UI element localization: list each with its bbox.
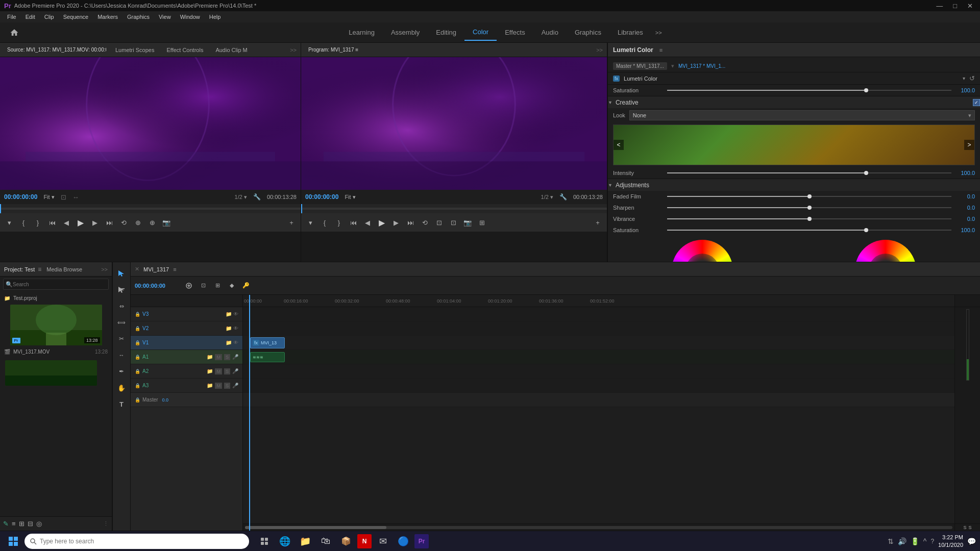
lumetri-reset-icon[interactable]: ↺ bbox=[969, 74, 975, 82]
prog-camera[interactable]: 📷 bbox=[462, 217, 473, 228]
rolling-edit-tool[interactable]: ⟺ bbox=[114, 315, 129, 330]
source-insert[interactable]: ⊕ bbox=[133, 217, 143, 228]
a3-m-button[interactable]: M bbox=[215, 383, 222, 389]
a2-m-button[interactable]: M bbox=[215, 368, 222, 374]
add-track-tool[interactable] bbox=[183, 280, 195, 292]
razor-tool[interactable]: ✂ bbox=[114, 332, 129, 346]
menu-window[interactable]: Window bbox=[176, 13, 204, 21]
source-add-marker[interactable]: ▾ bbox=[4, 217, 14, 228]
proj-list-icon[interactable]: ≡ bbox=[12, 520, 16, 528]
adj-saturation-value[interactable]: 100.0 bbox=[954, 227, 975, 233]
menu-help[interactable]: Help bbox=[205, 13, 225, 21]
project-search-input[interactable] bbox=[13, 282, 106, 287]
project-file-video[interactable]: 🎬 MVI_1317.MOV 13:28 bbox=[2, 347, 110, 356]
v1-lock-icon[interactable]: 🔒 bbox=[135, 340, 140, 345]
source-out-point[interactable]: } bbox=[33, 217, 43, 228]
task-view-button[interactable] bbox=[255, 532, 274, 550]
a2-mic-icon[interactable]: 🎤 bbox=[232, 368, 238, 374]
taskbar-search-input[interactable] bbox=[40, 538, 244, 545]
prog-play[interactable]: ▶ bbox=[377, 217, 387, 228]
project-title[interactable]: Project: Test bbox=[4, 266, 35, 272]
source-step-fwd[interactable]: ▶ bbox=[90, 217, 100, 228]
lumetri-scopes-tab[interactable]: Lumetri Scopes bbox=[112, 45, 157, 55]
network-icon[interactable]: ⇅ bbox=[888, 537, 894, 545]
timeline-horizontal-scrollbar[interactable] bbox=[243, 523, 954, 531]
source-go-in[interactable]: ⏮ bbox=[47, 217, 57, 228]
menu-graphics[interactable]: Graphics bbox=[123, 13, 154, 21]
vibrance-slider[interactable] bbox=[667, 218, 951, 219]
track-select-tool[interactable] bbox=[114, 283, 129, 297]
source-timecode[interactable]: 00:00:00:00 bbox=[4, 193, 37, 201]
ms-store-icon[interactable]: 🛍 bbox=[316, 532, 335, 550]
menu-view[interactable]: View bbox=[155, 13, 175, 21]
master-lock-icon[interactable]: 🔒 bbox=[135, 397, 140, 403]
timeline-menu-icon[interactable]: ≡ bbox=[173, 266, 176, 272]
minimize-button[interactable]: — bbox=[933, 2, 946, 10]
prog-extract[interactable]: ⊡ bbox=[448, 217, 458, 228]
proj-sort-icon[interactable]: ⊟ bbox=[28, 520, 33, 528]
video-clip-mv1317[interactable]: fx MVI_13 bbox=[250, 337, 285, 348]
source-fit-dropdown[interactable]: Fit ▾ bbox=[43, 194, 54, 201]
a2-lock-icon[interactable]: 🔒 bbox=[135, 369, 140, 374]
tab-graphics[interactable]: Graphics bbox=[567, 24, 609, 40]
saturation-value[interactable]: 100.0 bbox=[954, 87, 975, 93]
mail-icon[interactable]: ✉ bbox=[374, 532, 392, 550]
timeline-timecode[interactable]: 00:00:00:00 bbox=[135, 283, 181, 289]
program-tabs-more[interactable]: >> bbox=[596, 47, 603, 53]
a2-folder-icon[interactable]: 📁 bbox=[207, 368, 213, 374]
prog-back[interactable]: ◀ bbox=[362, 217, 373, 228]
prog-lift[interactable]: ⊡ bbox=[434, 217, 444, 228]
v3-folder-icon[interactable]: 📁 bbox=[226, 311, 232, 317]
source-camera[interactable]: 📷 bbox=[161, 217, 172, 228]
prog-extra[interactable]: ⊞ bbox=[477, 217, 487, 228]
source-overwrite[interactable]: ⊕ bbox=[147, 217, 157, 228]
selection-tool[interactable] bbox=[114, 266, 129, 281]
prog-loop[interactable]: ⟲ bbox=[420, 217, 430, 228]
v1-eye-icon[interactable]: 👁 bbox=[233, 340, 238, 345]
a1-lock-icon[interactable]: 🔒 bbox=[135, 355, 140, 360]
source-tab-title[interactable]: Source: MVI_1317: MVI_1317.MOV: 00:00:00… bbox=[4, 45, 106, 55]
menu-sequence[interactable]: Sequence bbox=[59, 13, 93, 21]
menu-edit[interactable]: Edit bbox=[21, 13, 39, 21]
proj-automate-icon[interactable]: ◎ bbox=[36, 520, 42, 528]
source-scrubber[interactable] bbox=[0, 204, 301, 213]
ripple-edit-tool[interactable]: ⇔ bbox=[114, 299, 129, 313]
program-timecode[interactable]: 00:00:00:00 bbox=[305, 193, 338, 201]
v2-lock-icon[interactable]: 🔒 bbox=[135, 326, 140, 331]
s-button-1[interactable]: S bbox=[963, 525, 966, 530]
source-loop[interactable]: ⟲ bbox=[118, 217, 129, 228]
file-explorer-icon[interactable]: 📁 bbox=[296, 532, 314, 550]
look-prev-button[interactable]: < bbox=[614, 140, 624, 150]
source-add[interactable]: + bbox=[286, 217, 297, 228]
a1-s-button[interactable]: S bbox=[224, 354, 230, 360]
adjustments-section-header[interactable]: ▼ Adjustments bbox=[608, 179, 980, 191]
adj-saturation-slider[interactable] bbox=[667, 230, 951, 231]
creative-enable-checkbox[interactable]: ✓ bbox=[973, 99, 980, 106]
windows-start-button[interactable] bbox=[4, 532, 22, 550]
timeline-close-icon[interactable]: ✕ bbox=[135, 266, 139, 272]
highlight-tint-wheel[interactable] bbox=[855, 240, 916, 262]
close-button[interactable]: ✕ bbox=[964, 2, 976, 10]
source-step-back[interactable]: ◀ bbox=[61, 217, 71, 228]
tab-audio[interactable]: Audio bbox=[533, 24, 567, 40]
v3-eye-icon[interactable]: 👁 bbox=[233, 311, 238, 317]
prog-fwd[interactable]: ▶ bbox=[391, 217, 401, 228]
vibrance-value[interactable]: 0.0 bbox=[954, 216, 975, 222]
source-tabs-more[interactable]: >> bbox=[290, 47, 297, 53]
menu-file[interactable]: File bbox=[3, 13, 20, 21]
intensity-slider[interactable] bbox=[667, 172, 951, 173]
proj-grid-icon[interactable]: ⊞ bbox=[19, 520, 24, 528]
prog-out[interactable]: } bbox=[334, 217, 344, 228]
v3-lock-icon[interactable]: 🔒 bbox=[135, 312, 140, 317]
premiere-icon[interactable]: Pr bbox=[414, 534, 429, 548]
prog-marker[interactable]: ▾ bbox=[305, 217, 315, 228]
source-in-point[interactable]: { bbox=[18, 217, 29, 228]
slip-tool[interactable]: ↔ bbox=[114, 348, 129, 362]
project-more-icon[interactable]: >> bbox=[101, 266, 108, 272]
prog-in[interactable]: { bbox=[320, 217, 330, 228]
dropbox-icon[interactable]: 📦 bbox=[337, 532, 355, 550]
v2-folder-icon[interactable]: 📁 bbox=[226, 325, 232, 331]
source-go-out[interactable]: ⏭ bbox=[104, 217, 114, 228]
snap-tool[interactable]: ⊡ bbox=[197, 280, 209, 292]
prog-add[interactable]: + bbox=[593, 217, 603, 228]
